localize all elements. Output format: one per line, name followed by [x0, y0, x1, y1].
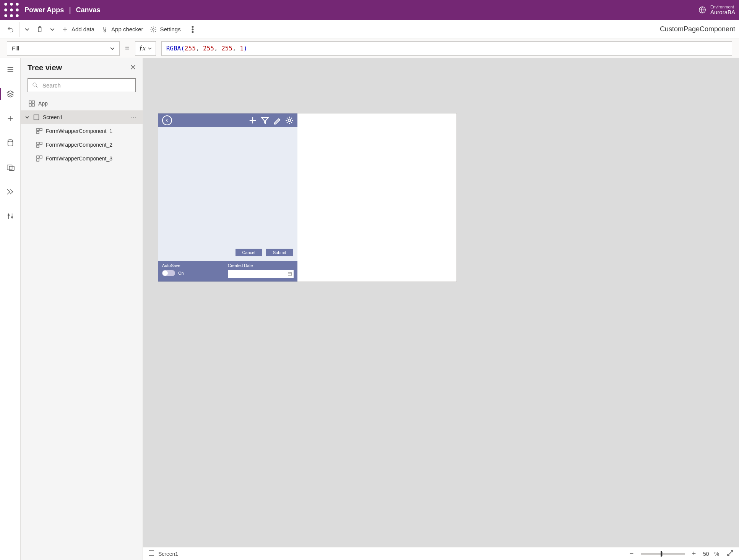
fit-to-screen-button[interactable] — [727, 550, 734, 558]
svg-rect-30 — [37, 131, 39, 134]
formula-fn: RGBA — [166, 45, 181, 52]
hamburger-button[interactable] — [0, 62, 20, 77]
component-icon — [36, 141, 43, 148]
undo-button[interactable] — [4, 22, 19, 37]
svg-rect-38 — [288, 272, 292, 275]
svg-point-8 — [16, 14, 19, 17]
app-checker-button[interactable]: App checker — [98, 22, 146, 37]
screen-icon — [33, 114, 40, 121]
autosave-toggle[interactable] — [162, 270, 175, 276]
tree-item-more-button[interactable]: ··· — [130, 114, 137, 120]
fx-icon: ƒx — [139, 44, 146, 52]
svg-point-2 — [16, 3, 19, 6]
expand-icon[interactable] — [24, 115, 30, 119]
autosave-label: AutoSave — [162, 263, 228, 268]
tree-item-component-2[interactable]: FormWrapperComponent_2 — [21, 138, 143, 152]
status-screen-name: Screen1 — [158, 551, 178, 557]
zoom-out-button[interactable]: − — [628, 550, 635, 558]
artboard-screen1[interactable]: Cancel Submit AutoSave On — [158, 113, 456, 282]
svg-point-12 — [104, 30, 106, 32]
app-mode-text: Canvas — [76, 6, 100, 14]
app-title: Power Apps | Canvas — [24, 6, 100, 14]
tree-child-label: FormWrapperComponent_2 — [46, 142, 112, 148]
gear-icon[interactable] — [285, 116, 294, 125]
left-rail — [0, 58, 21, 560]
app-checker-label: App checker — [111, 26, 143, 32]
svg-rect-18 — [7, 165, 12, 170]
tree-item-component-3[interactable]: FormWrapperComponent_3 — [21, 152, 143, 165]
tree-screen-label: Screen1 — [43, 114, 63, 120]
tree-view-button[interactable] — [0, 86, 20, 102]
calendar-icon — [287, 272, 292, 276]
zoom-in-button[interactable]: + — [690, 550, 698, 558]
zoom-control: − + 50 % — [628, 550, 719, 558]
chevron-down-icon — [148, 47, 152, 50]
created-date-label: Created Date — [228, 263, 294, 268]
zoom-slider[interactable] — [641, 553, 685, 555]
formula-input[interactable]: RGBA(255, 255, 255, 1) — [161, 41, 732, 56]
svg-rect-33 — [37, 145, 39, 147]
add-data-button[interactable]: Add data — [58, 22, 97, 37]
clipboard-button[interactable] — [33, 22, 46, 37]
clipboard-chevron[interactable] — [47, 22, 58, 37]
page-title: CustomPageComponent — [660, 25, 735, 33]
fx-button[interactable]: ƒx — [135, 41, 156, 56]
svg-point-3 — [4, 8, 7, 11]
svg-rect-36 — [37, 159, 39, 161]
more-commands-button[interactable] — [185, 22, 201, 37]
app-name-text: Power Apps — [24, 6, 64, 14]
cancel-button[interactable]: Cancel — [236, 249, 262, 256]
svg-point-22 — [33, 83, 36, 86]
tree-search-input[interactable] — [42, 82, 132, 89]
back-button[interactable] — [162, 115, 172, 125]
filter-icon[interactable] — [261, 116, 269, 125]
add-data-label: Add data — [71, 26, 94, 32]
power-automate-button[interactable] — [0, 184, 20, 199]
tree-search-box[interactable] — [28, 78, 136, 92]
svg-rect-26 — [32, 104, 34, 106]
formula-bar: Fill = ƒx RGBA(255, 255, 255, 1) — [0, 39, 739, 58]
created-date-input[interactable] — [228, 270, 294, 278]
equals-sign: = — [125, 44, 130, 53]
environment-picker[interactable]: Environment AuroraBA — [698, 5, 735, 16]
edit-icon[interactable] — [273, 116, 281, 125]
close-tree-button[interactable] — [130, 65, 136, 71]
main-area: Tree view App Screen1 ··· — [0, 58, 739, 560]
advanced-tools-button[interactable] — [0, 209, 20, 224]
svg-rect-32 — [40, 142, 42, 144]
environment-label: Environment — [710, 5, 735, 9]
tree-panel: Tree view App Screen1 ··· — [21, 58, 143, 560]
tree-item-component-1[interactable]: FormWrapperComponent_1 — [21, 124, 143, 138]
tree-child-label: FormWrapperComponent_1 — [46, 128, 112, 134]
settings-label: Settings — [160, 26, 180, 32]
zoom-unit: % — [715, 551, 719, 557]
status-bar: Screen1 − + 50 % — [143, 547, 739, 560]
component-icon — [36, 155, 43, 162]
svg-rect-25 — [29, 104, 31, 106]
component-icon — [36, 128, 43, 134]
app-icon — [28, 100, 35, 107]
svg-rect-35 — [40, 156, 42, 158]
waffle-icon[interactable] — [4, 2, 19, 18]
formula-arg-2: 255 — [221, 45, 232, 52]
tree-item-screen1[interactable]: Screen1 ··· — [21, 110, 143, 124]
tree-child-label: FormWrapperComponent_3 — [46, 155, 112, 162]
settings-button[interactable]: Settings — [147, 22, 184, 37]
svg-point-13 — [153, 28, 154, 30]
svg-point-14 — [192, 26, 193, 27]
property-dropdown[interactable]: Fill — [7, 41, 120, 56]
submit-button[interactable]: Submit — [266, 249, 293, 256]
environment-name: AuroraBA — [710, 9, 735, 16]
tree-item-app[interactable]: App — [21, 97, 143, 110]
add-icon[interactable] — [248, 116, 257, 125]
form-wrapper-component[interactable]: Cancel Submit AutoSave On — [158, 113, 297, 282]
globe-icon — [698, 6, 707, 14]
chevron-down-icon — [110, 46, 115, 51]
undo-chevron[interactable] — [22, 22, 32, 37]
svg-rect-34 — [37, 156, 39, 158]
insert-button[interactable] — [0, 111, 20, 126]
screen-icon — [148, 550, 154, 557]
canvas-scroll[interactable]: Cancel Submit AutoSave On — [143, 58, 739, 547]
data-button[interactable] — [0, 135, 20, 151]
media-button[interactable] — [0, 160, 20, 175]
